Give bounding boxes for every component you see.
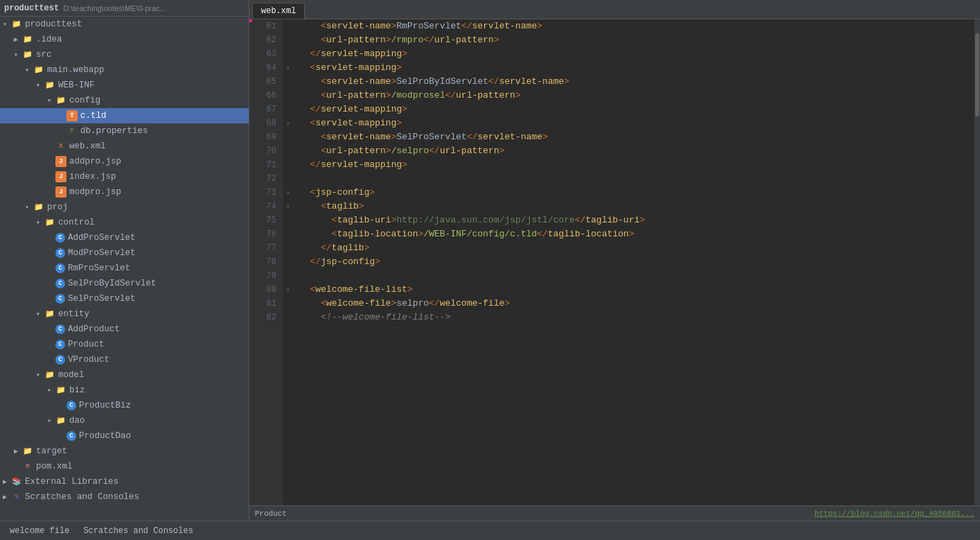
line-number-80: 80 <box>249 283 276 297</box>
code-line-82[interactable]: <!--welcome-file-list--> <box>299 311 969 324</box>
line-number-68: 68 <box>249 116 276 130</box>
tree-arrow-dao: ▾ <box>47 417 55 425</box>
fold-icon-64[interactable]: ▾ <box>283 61 294 75</box>
code-line-73[interactable]: <jsp-config> <box>299 186 969 200</box>
code-line-63[interactable]: </servlet-mapping> <box>299 47 969 61</box>
code-line-66[interactable]: <url-pattern>/modprosel</url-pattern> <box>299 89 969 103</box>
code-line-77[interactable]: </taglib> <box>299 241 969 255</box>
tree-label-control: control <box>58 218 246 227</box>
tree-item-c.tld[interactable]: Tc.tld <box>0 108 249 123</box>
scrollbar-thumb[interactable] <box>975 33 979 116</box>
scratch-icon-Scratches and Consoles: ✎ <box>11 491 22 503</box>
tree-arrow-target: ▶ <box>14 447 22 455</box>
line-number-69: 69 <box>249 130 276 144</box>
code-line-61[interactable]: <servlet-name>RmProServlet</servlet-name… <box>299 19 969 33</box>
c-icon-ProductDao: C <box>66 431 76 441</box>
tree-item-VProduct[interactable]: CVProduct <box>0 352 249 367</box>
c-icon-VProduct: C <box>55 355 65 365</box>
c-icon-RmProServlet: C <box>55 263 65 273</box>
bottom-tab-welcome[interactable]: welcome file <box>3 523 76 539</box>
tree-label-Scratches and Consoles: Scratches and Consoles <box>25 492 246 502</box>
folder-icon-idea: 📁 <box>22 34 33 45</box>
code-line-70[interactable]: <url-pattern>/selpro</url-pattern> <box>299 144 969 158</box>
fold-icon-74[interactable]: ▾ <box>283 200 294 214</box>
tree-label-src: src <box>36 50 246 60</box>
line-numbers: 6162636465666768697071727374757677787980… <box>249 19 283 505</box>
code-line-71[interactable]: </servlet-mapping> <box>299 158 969 172</box>
tree-item-ModProServlet[interactable]: CModProServlet <box>0 245 249 261</box>
tree-item-db.properties[interactable]: Pdb.properties <box>0 123 249 139</box>
tree-label-SelProServlet: SelProServlet <box>68 294 246 304</box>
tree-item-Scratches and Consoles[interactable]: ▶✎Scratches and Consoles <box>0 489 249 505</box>
tree-item-entity[interactable]: ▾📁entity <box>0 306 249 322</box>
bottom-tab-scratches[interactable]: Scratches and Consoles <box>76 523 199 539</box>
folder-icon-control: 📁 <box>44 217 55 228</box>
code-line-75[interactable]: <taglib-uri>http://java.sun.com/jsp/jstl… <box>299 214 969 227</box>
tld-icon-c.tld: T <box>66 110 78 121</box>
code-line-62[interactable]: <url-pattern>/rmpro</url-pattern> <box>299 33 969 47</box>
code-line-72[interactable] <box>299 172 969 186</box>
tree-label-idea: .idea <box>36 35 246 44</box>
tree-item-proj[interactable]: ▾📁proj <box>0 200 249 215</box>
tree-label-producttest: producttest <box>25 19 246 29</box>
code-line-78[interactable]: </jsp-config> <box>299 255 969 269</box>
line-number-67: 67 <box>249 103 276 116</box>
tree-item-WEB-INF[interactable]: ▾📁WEB-INF <box>0 78 249 93</box>
tree-item-AddProServlet[interactable]: CAddProServlet <box>0 230 249 245</box>
fold-icon-75 <box>283 214 294 227</box>
tree-label-ProductDao: ProductDao <box>79 431 246 441</box>
code-line-64[interactable]: <servlet-mapping> <box>299 61 969 75</box>
tree-item-modpro.jsp[interactable]: Jmodpro.jsp <box>0 184 249 200</box>
code-line-74[interactable]: <taglib> <box>299 200 969 214</box>
code-line-69[interactable]: <servlet-name>SelProServlet</servlet-nam… <box>299 130 969 144</box>
tree-arrow-main.webapp: ▾ <box>25 66 33 74</box>
tree-item-addpro.jsp[interactable]: Jaddpro.jsp <box>0 154 249 169</box>
tree-arrow-biz: ▾ <box>47 386 55 394</box>
fold-icon-73[interactable]: ▾ <box>283 186 294 200</box>
tree-item-index.jsp[interactable]: Jindex.jsp <box>0 169 249 184</box>
tree-item-dao[interactable]: ▾📁dao <box>0 413 249 428</box>
tree-item-SelProServlet[interactable]: CSelProServlet <box>0 291 249 306</box>
code-line-79[interactable] <box>299 269 969 283</box>
fold-icon-68[interactable]: ▾ <box>283 116 294 130</box>
scrollbar-vertical[interactable] <box>974 19 980 505</box>
tree-item-AddProduct[interactable]: CAddProduct <box>0 322 249 337</box>
code-content[interactable]: <servlet-name>RmProServlet</servlet-name… <box>294 19 974 505</box>
tree-item-main.webapp[interactable]: ▾📁main.webapp <box>0 62 249 78</box>
tree-item-pom.xml[interactable]: Mpom.xml <box>0 459 249 474</box>
tree-item-control[interactable]: ▾📁control <box>0 215 249 230</box>
tree-label-pom.xml: pom.xml <box>36 462 246 471</box>
code-line-68[interactable]: <servlet-mapping> <box>299 116 969 130</box>
line-number-62: 62 <box>249 33 276 47</box>
tree-item-config[interactable]: ▾📁config <box>0 93 249 108</box>
tree-item-Product[interactable]: CProduct <box>0 337 249 352</box>
fold-icon-80[interactable]: ▾ <box>283 283 294 297</box>
code-line-81[interactable]: <welcome-file>selpro</welcome-file> <box>299 297 969 311</box>
tree-label-ProductBiz: ProductBiz <box>79 401 246 410</box>
tree-item-ProductDao[interactable]: CProductDao <box>0 428 249 444</box>
tree-item-model[interactable]: ▾📁model <box>0 367 249 383</box>
folder-icon-config: 📁 <box>55 95 66 106</box>
c-icon-SelProServlet: C <box>55 294 65 304</box>
code-line-67[interactable]: </servlet-mapping> <box>299 103 969 116</box>
tree-label-WEB-INF: WEB-INF <box>58 80 246 90</box>
url-link[interactable]: https://blog.csdn.net/qq_4056681... <box>814 509 974 518</box>
tree-item-src[interactable]: ▾📁src <box>0 47 249 62</box>
code-line-80[interactable]: <welcome-file-list> <box>299 283 969 297</box>
tree-label-VProduct: VProduct <box>68 355 246 365</box>
tree-item-web.xml[interactable]: Xweb.xml <box>0 139 249 154</box>
bottom-tabs: welcome file Scratches and Consoles <box>0 521 980 540</box>
tree-item-RmProServlet[interactable]: CRmProServlet <box>0 261 249 276</box>
code-line-65[interactable]: <servlet-name>SelProByIdServlet</servlet… <box>299 75 969 89</box>
tree-item-biz[interactable]: ▾📁biz <box>0 383 249 398</box>
jsp-icon-addpro.jsp: J <box>55 156 66 167</box>
tree-item-SelProByIdServlet[interactable]: CSelProByIdServlet <box>0 276 249 291</box>
tree-item-idea[interactable]: ▶📁.idea <box>0 32 249 47</box>
tree-item-target[interactable]: ▶📁target <box>0 444 249 459</box>
product-label: Product <box>255 509 287 518</box>
tree-item-ProductBiz[interactable]: CProductBiz <box>0 398 249 413</box>
tree-item-producttest[interactable]: ▾📁producttest <box>0 17 249 32</box>
tab-web-xml[interactable]: web.xml <box>252 3 305 19</box>
tree-item-External Libraries[interactable]: ▶📚External Libraries <box>0 474 249 489</box>
code-line-76[interactable]: <taglib-location>/WEB-INF/config/c.tld</… <box>299 227 969 241</box>
